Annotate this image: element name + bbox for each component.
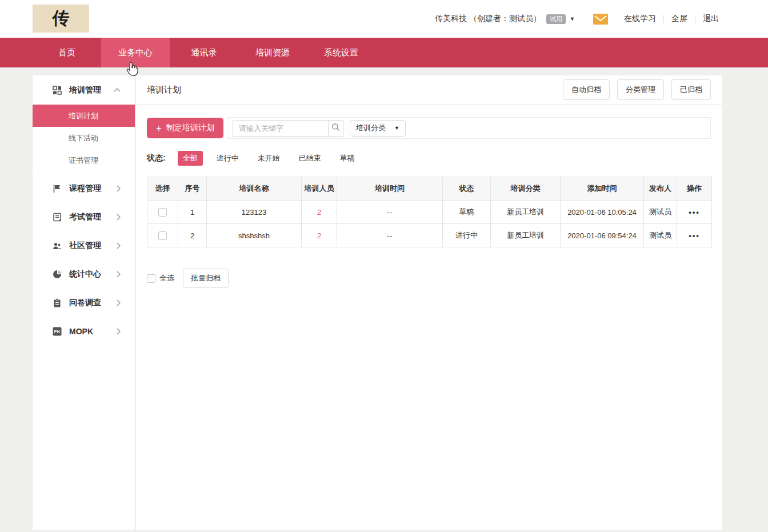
nav-item-training-resources[interactable]: 培训资源 bbox=[238, 38, 307, 67]
col-category: 培训分类 bbox=[491, 177, 561, 201]
cell-trainees-link[interactable]: 2 bbox=[302, 224, 337, 247]
col-publisher: 发布人 bbox=[644, 177, 677, 201]
caret-down-icon[interactable]: ▼ bbox=[570, 16, 575, 22]
select-all-checkbox[interactable] bbox=[147, 274, 155, 283]
table-footer-row: 全选 批量归档 bbox=[147, 269, 711, 288]
sidebar-item-statistics-center[interactable]: 统计中心 bbox=[33, 260, 135, 289]
survey-icon bbox=[53, 298, 62, 307]
search-box bbox=[233, 120, 343, 137]
logo-text: 传 bbox=[53, 7, 70, 30]
sidebar-item-label: MOPK bbox=[69, 327, 93, 336]
cell-category: 新员工培训 bbox=[491, 224, 561, 247]
flag-icon bbox=[53, 184, 62, 193]
cell-added-time: 2020-01-06 10:05:24 bbox=[561, 201, 644, 224]
training-plan-table: 选择 序号 培训名称 培训人员 培训时间 状态 培训分类 添加时间 发布人 操作… bbox=[147, 177, 712, 247]
status-filter-finished[interactable]: 已结束 bbox=[294, 151, 326, 166]
status-filter-not-started[interactable]: 未开始 bbox=[253, 151, 285, 166]
cell-training-time: -- bbox=[337, 224, 443, 247]
training-category-dropdown[interactable]: 培训分类 ▼ bbox=[350, 120, 406, 137]
community-icon bbox=[53, 241, 62, 250]
training-category-dropdown-label: 培训分类 bbox=[356, 123, 386, 133]
sidebar-item-community-management[interactable]: 社区管理 bbox=[33, 231, 135, 260]
sidebar-item-exam-management[interactable]: 考试管理 bbox=[33, 203, 135, 231]
toolbar: + 制定培训计划 培训分类 ▼ bbox=[147, 117, 711, 139]
cell-seq: 1 bbox=[178, 201, 207, 224]
search-toolbar: 培训分类 ▼ bbox=[227, 117, 711, 139]
cell-trainees-link[interactable]: 2 bbox=[302, 201, 337, 224]
chevron-right-icon bbox=[117, 299, 121, 306]
sidebar-item-training-plan[interactable]: 培训计划 bbox=[33, 105, 135, 127]
row-actions-ellipsis-icon[interactable]: ••• bbox=[689, 231, 700, 240]
envelope-icon[interactable] bbox=[593, 14, 608, 25]
cell-training-name: 123123 bbox=[207, 201, 302, 224]
cell-status: 草稿 bbox=[443, 201, 491, 224]
sidebar-item-label: 社区管理 bbox=[69, 241, 101, 251]
row-actions-ellipsis-icon[interactable]: ••• bbox=[689, 208, 700, 217]
page-header: 培训计划 自动归档 分类管理 已归档 bbox=[136, 75, 722, 105]
pk-icon: PK bbox=[53, 327, 62, 336]
archived-button[interactable]: 已归档 bbox=[671, 79, 711, 100]
logout-link[interactable]: 退出 bbox=[703, 14, 719, 24]
chevron-right-icon bbox=[117, 214, 121, 221]
col-select: 选择 bbox=[147, 177, 178, 201]
sidebar-item-course-management[interactable]: 课程管理 bbox=[33, 174, 135, 203]
sidebar: 培训管理 培训计划 线下活动 证书管理 课程管理 考试管理 bbox=[33, 75, 135, 530]
nav-item-contacts[interactable]: 通讯录 bbox=[170, 38, 238, 67]
sidebar-item-mopk[interactable]: PK MOPK bbox=[33, 317, 135, 346]
logo[interactable]: 传 bbox=[33, 5, 89, 33]
cell-added-time: 2020-01-06 09:54:24 bbox=[561, 224, 644, 247]
category-management-button[interactable]: 分类管理 bbox=[617, 79, 664, 100]
sidebar-item-label: 考试管理 bbox=[69, 212, 101, 222]
table-row: 1 123123 2 -- 草稿 新员工培训 2020-01-06 10:05:… bbox=[147, 201, 712, 224]
row-checkbox[interactable] bbox=[158, 208, 167, 217]
top-links: 在线学习 全屏 退出 bbox=[624, 14, 719, 24]
main-nav: 首页 业务中心 通讯录 培训资源 系统设置 bbox=[0, 38, 768, 67]
grid-icon bbox=[53, 86, 62, 95]
top-header: 传 传美科技 （创建者：测试员） 试用 ▼ 在线学习 全屏 退出 bbox=[0, 0, 768, 38]
status-filter-all[interactable]: 全部 bbox=[178, 151, 203, 166]
sidebar-group-training-management[interactable]: 培训管理 bbox=[33, 75, 135, 105]
batch-archive-button[interactable]: 批量归档 bbox=[183, 269, 229, 288]
row-checkbox[interactable] bbox=[158, 231, 167, 240]
online-study-link[interactable]: 在线学习 bbox=[624, 14, 656, 24]
col-actions: 操作 bbox=[677, 177, 712, 201]
sidebar-item-label: 课程管理 bbox=[69, 183, 101, 194]
plus-icon: + bbox=[156, 123, 162, 133]
col-added-time: 添加时间 bbox=[561, 177, 644, 201]
create-training-plan-label: 制定培训计划 bbox=[166, 123, 214, 133]
search-input[interactable] bbox=[233, 121, 328, 136]
sidebar-group-label: 培训管理 bbox=[69, 85, 101, 95]
content-panel: 培训计划 自动归档 分类管理 已归档 + 制定培训计划 bbox=[136, 75, 722, 530]
chevron-right-icon bbox=[117, 271, 121, 278]
chevron-right-icon bbox=[117, 185, 121, 192]
select-all-label: 全选 bbox=[159, 273, 174, 283]
cell-status: 进行中 bbox=[443, 224, 491, 247]
divider bbox=[695, 15, 695, 23]
fullscreen-link[interactable]: 全屏 bbox=[671, 14, 687, 24]
status-label: 状态: bbox=[147, 153, 166, 163]
svg-text:PK: PK bbox=[54, 329, 60, 334]
header-right: 传美科技 （创建者：测试员） 试用 ▼ 在线学习 全屏 退出 bbox=[435, 0, 719, 38]
sidebar-item-label: 统计中心 bbox=[69, 269, 101, 279]
create-training-plan-button[interactable]: + 制定培训计划 bbox=[147, 118, 223, 138]
cell-training-name: shshshsh bbox=[207, 224, 302, 247]
status-filter-row: 状态: 全部 进行中 未开始 已结束 草稿 bbox=[147, 151, 711, 166]
sidebar-item-questionnaire[interactable]: 问卷调查 bbox=[33, 289, 135, 317]
page-header-buttons: 自动归档 分类管理 已归档 bbox=[563, 79, 711, 100]
status-filter-draft[interactable]: 草稿 bbox=[335, 151, 360, 166]
search-button[interactable] bbox=[328, 120, 343, 137]
col-training-name: 培训名称 bbox=[207, 177, 302, 201]
sidebar-item-offline-activity[interactable]: 线下活动 bbox=[33, 127, 135, 149]
nav-item-business-center[interactable]: 业务中心 bbox=[101, 38, 170, 67]
col-seq: 序号 bbox=[178, 177, 207, 201]
page-title: 培训计划 bbox=[147, 85, 181, 95]
auto-archive-button[interactable]: 自动归档 bbox=[563, 79, 610, 100]
sidebar-item-certificate-management[interactable]: 证书管理 bbox=[33, 149, 135, 171]
status-filter-in-progress[interactable]: 进行中 bbox=[211, 151, 244, 166]
cell-seq: 2 bbox=[178, 224, 207, 247]
col-trainees: 培训人员 bbox=[302, 177, 337, 201]
cell-publisher: 测试员 bbox=[644, 224, 677, 247]
nav-item-system-settings[interactable]: 系统设置 bbox=[307, 38, 375, 67]
stats-icon bbox=[53, 270, 62, 279]
nav-item-home[interactable]: 首页 bbox=[33, 38, 101, 67]
